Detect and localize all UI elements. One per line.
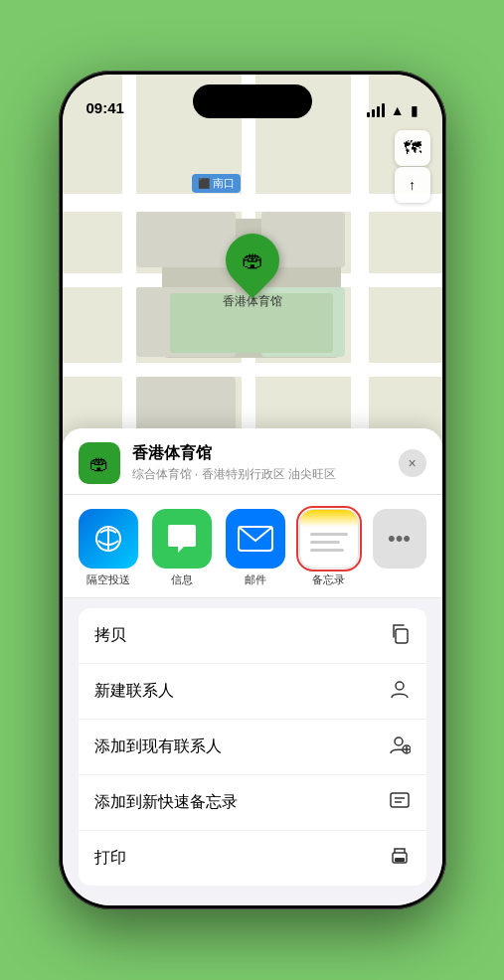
battery-icon: ▮ [411,102,419,118]
copy-action[interactable]: 拷贝 [79,608,426,664]
messages-icon [152,509,212,569]
add-contact-icon [389,734,411,760]
map-pin: 🏟 香港体育馆 [223,234,282,310]
phone-frame: 09:41 ▲ ▮ [59,71,446,909]
new-contact-label: 新建联系人 [94,681,174,702]
layers-icon: 🗺 [404,138,421,159]
dynamic-island [193,84,312,118]
close-icon: × [408,455,416,471]
notes-app-item[interactable]: 备忘录 [299,509,359,587]
bottom-sheet: 🏟 香港体育馆 综合体育馆 · 香港特别行政区 油尖旺区 × [63,428,442,905]
map-location-button[interactable]: ↑ [395,167,430,203]
mail-icon [226,509,285,569]
venue-emoji: 🏟 [89,452,109,475]
add-contact-action[interactable]: 添加到现有联系人 [79,720,426,775]
status-time: 09:41 [86,99,124,118]
mail-label: 邮件 [245,572,266,587]
svg-rect-9 [391,793,409,807]
phone-screen: 09:41 ▲ ▮ [63,75,442,905]
messages-label: 信息 [171,572,193,587]
venue-pin-emoji: 🏟 [242,247,263,273]
share-apps-row: 隔空投送 信息 [63,495,442,598]
pin-icon: 🏟 [214,223,289,298]
more-apps-icon: ••• [388,526,411,552]
print-action[interactable]: 打印 [79,831,426,886]
map-label: ⬛ 南口 [192,174,241,193]
airdrop-icon [79,509,138,569]
svg-rect-13 [395,858,405,862]
add-contact-label: 添加到现有联系人 [94,736,222,757]
sheet-header: 🏟 香港体育馆 综合体育馆 · 香港特别行政区 油尖旺区 × [63,428,442,495]
svg-point-4 [396,682,404,690]
action-list: 拷贝 新建联系人 [79,608,426,886]
new-contact-icon [389,678,411,705]
venue-name: 香港体育馆 [132,443,387,464]
map-controls: 🗺 ↑ [395,130,430,203]
map-block [136,377,236,436]
location-icon: ↑ [409,177,416,193]
quick-note-action[interactable]: 添加到新快速备忘录 [79,775,426,831]
airdrop-app-item[interactable]: 隔空投送 [79,509,138,587]
notes-icon [299,509,359,569]
venue-info: 香港体育馆 综合体育馆 · 香港特别行政区 油尖旺区 [132,443,387,483]
wifi-icon: ▲ [391,102,405,118]
close-button[interactable]: × [399,449,426,477]
print-label: 打印 [94,848,126,869]
airdrop-label: 隔空投送 [86,572,130,587]
quick-note-icon [389,789,411,816]
map-block [136,212,236,267]
signal-icon [367,103,385,117]
messages-app-item[interactable]: 信息 [152,509,212,587]
copy-icon [389,622,411,649]
svg-point-5 [395,737,403,745]
more-apps-button[interactable]: ••• [373,509,426,569]
copy-label: 拷贝 [94,625,126,646]
map-layers-button[interactable]: 🗺 [395,130,430,166]
new-contact-action[interactable]: 新建联系人 [79,664,426,720]
notes-label: 备忘录 [312,572,345,587]
mail-app-item[interactable]: 邮件 [226,509,285,587]
quick-note-label: 添加到新快速备忘录 [94,792,238,813]
svg-rect-3 [396,629,408,643]
venue-description: 综合体育馆 · 香港特别行政区 油尖旺区 [132,466,387,483]
status-icons: ▲ ▮ [367,102,419,118]
print-icon [389,845,411,872]
venue-icon: 🏟 [79,442,120,484]
